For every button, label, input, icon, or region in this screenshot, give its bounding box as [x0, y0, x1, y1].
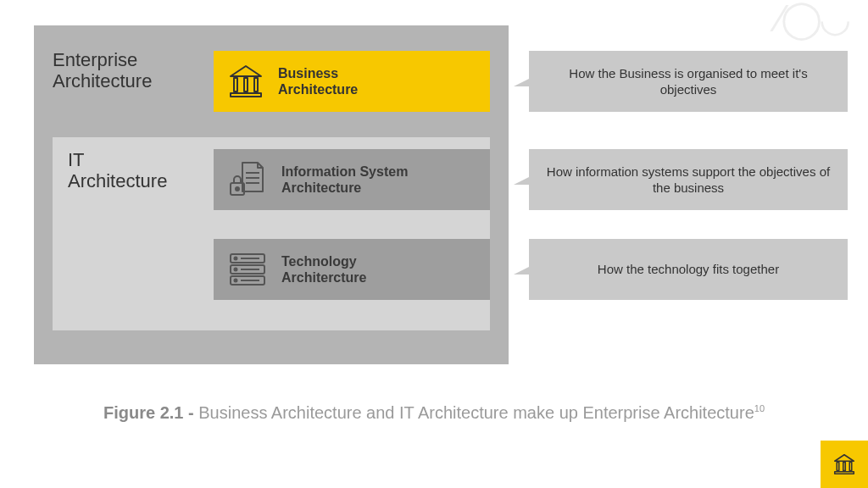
svg-rect-18 [837, 463, 839, 471]
caption-reference: 10 [754, 403, 765, 413]
svg-rect-21 [835, 472, 854, 474]
callout-business: How the Business is organised to meet it… [529, 51, 848, 112]
svg-rect-0 [234, 78, 237, 92]
it-architecture-container: IT Architecture [53, 137, 490, 330]
bank-icon [225, 61, 266, 102]
watermark-text: ⁄ ◯ ◡ [777, 0, 844, 40]
document-lock-icon [225, 158, 270, 202]
bank-icon [832, 452, 857, 477]
technology-architecture-text: Technology Architercture [281, 253, 434, 286]
callout-infosys: How information systems support the obje… [529, 149, 848, 210]
it-label-line1: IT [68, 149, 85, 170]
caption-body: Business Architecture and IT Architectur… [194, 403, 754, 422]
figure-caption: Figure 2.1 - Business Architecture and I… [0, 402, 868, 424]
svg-rect-20 [849, 463, 852, 471]
ba-line2: Architecture [278, 82, 358, 97]
svg-rect-3 [231, 93, 261, 97]
is-line1: Information System [281, 164, 408, 179]
business-architecture-block: Business Architecture [214, 51, 490, 112]
enterprise-label-line2: Architecture [53, 70, 152, 92]
it-architecture-label: IT Architecture [68, 149, 203, 192]
svg-point-12 [235, 258, 237, 260]
svg-rect-19 [843, 463, 846, 471]
svg-point-14 [235, 280, 237, 282]
information-system-block: Information System Architecture [214, 149, 490, 210]
callout-technology-text: How the technology fits together [598, 261, 779, 278]
enterprise-architecture-container: Enterprise Architecture Business Archite… [34, 25, 509, 364]
information-system-text: Information System Architecture [281, 164, 434, 196]
ba-line1: Business [278, 66, 338, 80]
is-line2: Architecture [281, 180, 361, 195]
callout-business-text: How the Business is organised to meet it… [544, 65, 832, 98]
svg-point-13 [235, 269, 237, 271]
tech-line2: Architercture [281, 270, 366, 285]
server-rack-icon [225, 247, 270, 291]
svg-rect-1 [244, 78, 248, 92]
corner-badge[interactable] [821, 441, 868, 488]
svg-rect-2 [254, 78, 258, 92]
business-architecture-text: Business Architecture [278, 65, 431, 97]
technology-architecture-block: Technology Architercture [214, 239, 490, 300]
caption-prefix: Figure 2.1 - [103, 403, 194, 422]
it-label-line2: Architecture [68, 170, 167, 191]
enterprise-label-line1: Enterprise [53, 49, 137, 70]
tech-line1: Technology [281, 254, 357, 269]
enterprise-architecture-label: Enterprise Architecture [53, 49, 205, 92]
callout-technology: How the technology fits together [529, 239, 848, 300]
svg-point-8 [236, 187, 239, 191]
callout-infosys-text: How information systems support the obje… [544, 164, 832, 197]
diagram-canvas: Enterprise Architecture Business Archite… [34, 25, 509, 364]
